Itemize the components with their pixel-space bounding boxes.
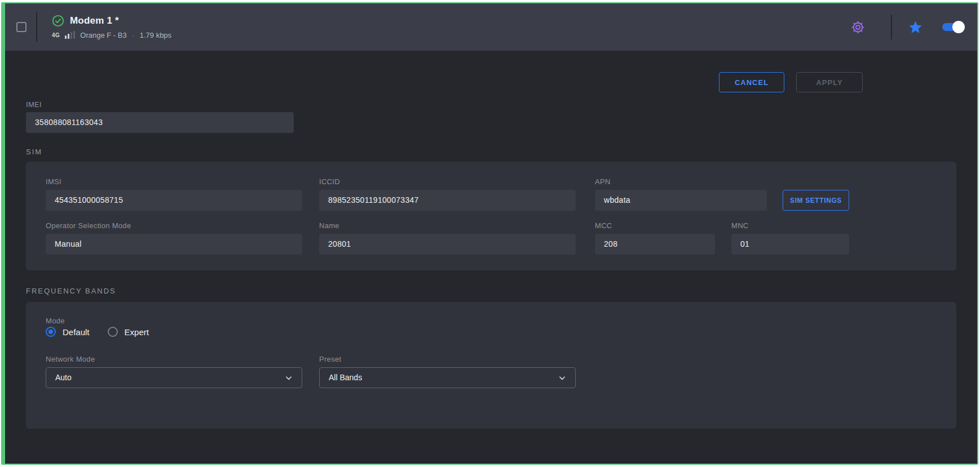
apn-label: APN [595,177,611,186]
imsi-field[interactable]: 454351000058715 [46,190,302,211]
header-divider-left [36,12,37,42]
favorite-star-icon[interactable] [906,17,925,37]
preset-select[interactable]: All Bands [319,367,576,388]
sim-card: IMSI 454351000058715 ICCID 8985235011910… [26,162,956,270]
mcc-field[interactable]: 208 [595,234,715,255]
header-divider-right [891,15,892,39]
radio-default-icon [46,327,56,337]
sim-settings-button[interactable]: SIM SETTINGS [783,190,849,211]
name-label: Name [319,221,339,230]
radio-option-expert[interactable]: Expert [108,327,149,337]
radio-expert-icon [108,327,118,337]
radio-option-default[interactable]: Default [46,327,90,337]
iccid-label: ICCID [319,177,340,186]
signal-strength-icon [65,31,75,39]
toggle-knob [952,21,965,33]
radio-default-label: Default [63,327,90,337]
network-mode-select[interactable]: Auto [46,367,302,388]
modem-enable-toggle[interactable] [942,23,963,31]
apply-button[interactable]: APPLY [796,72,863,92]
apn-field[interactable]: wbdata [595,190,767,211]
page-title: Modem 1 * [70,15,119,26]
network-mode-label: Network Mode [46,355,95,363]
throughput-label: 1.79 kbps [140,31,171,39]
modem-title-block: Modem 1 * 4G Orange F - B3 · 1.79 kbps [52,15,171,40]
preset-value: All Bands [329,368,362,388]
operator-selection-mode-field[interactable]: Manual [46,234,302,255]
mode-radio-group: Default Expert [46,327,149,337]
dot-separator: · [132,30,135,40]
network-type-label: 4G [52,32,60,38]
iccid-field[interactable]: 89852350119100073347 [319,190,576,211]
frequency-bands-section-label: FREQUENCY BANDS [26,287,116,295]
imsi-label: IMSI [46,177,61,186]
mnc-field[interactable]: 01 [731,234,849,255]
mode-label: Mode [46,317,65,325]
network-mode-value: Auto [55,368,72,388]
mnc-label: MNC [731,221,749,230]
imei-field[interactable]: 358088081163043 [26,112,294,133]
sim-section-label: SIM [26,148,42,156]
modem-header: Modem 1 * 4G Orange F - B3 · 1.79 kbps [5,3,977,51]
frequency-bands-card: Mode Default Expert Network Mode Auto Pr… [26,302,956,429]
operator-label: Orange F - B3 [80,31,126,39]
name-field[interactable]: 20801 [319,234,576,255]
header-actions [848,15,963,39]
chevron-down-icon [285,374,293,382]
preset-label: Preset [319,355,341,363]
modem-config-window: Modem 1 * 4G Orange F - B3 · 1.79 kbps [1,2,978,465]
modem-select-checkbox[interactable] [16,22,27,32]
cancel-button[interactable]: CANCEL [719,72,784,92]
radio-expert-label: Expert [125,327,149,337]
status-check-icon [52,15,64,27]
chevron-down-icon [558,374,566,382]
modem-config-content: CANCEL APPLY IMEI 358088081163043 SIM IM… [5,51,977,464]
mcc-label: MCC [595,221,612,230]
imei-label: IMEI [26,100,42,109]
operator-selection-mode-label: Operator Selection Mode [46,221,131,230]
settings-gear-icon[interactable] [848,17,868,37]
